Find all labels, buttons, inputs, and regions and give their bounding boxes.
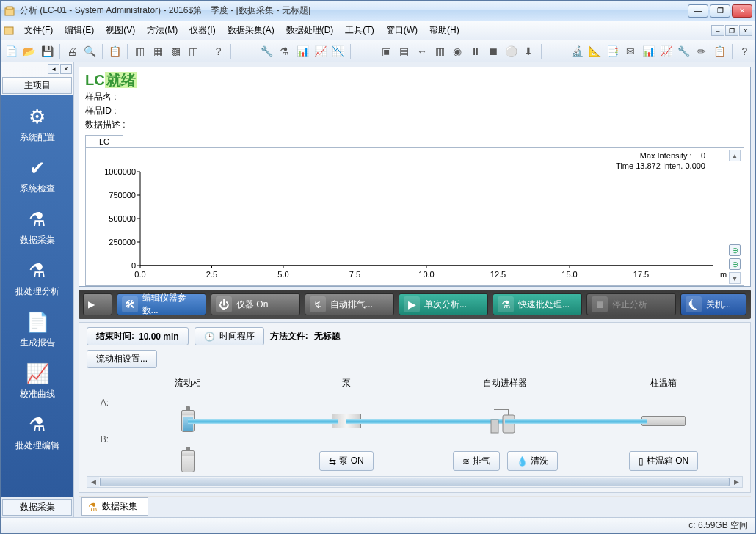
tb-p8-icon[interactable]: ✏	[694, 43, 709, 59]
tb-i-icon[interactable]: ⬇	[521, 43, 537, 59]
sidebar-item-calibration[interactable]: 📈 校准曲线	[2, 356, 72, 408]
action-quick-batch[interactable]: ⚗快速批处理...	[493, 293, 582, 315]
scroll-right-icon[interactable]: ▶	[730, 477, 742, 487]
zoom-in-icon[interactable]: ⊕	[729, 244, 741, 256]
oven-small-icon: ▯	[639, 456, 644, 467]
mdi-minimize[interactable]: –	[711, 25, 724, 36]
horizontal-scrollbar[interactable]: ◀ ▶	[87, 476, 743, 488]
action-shutdown[interactable]: ⏾关机...	[680, 293, 746, 315]
tb-p2-icon[interactable]: 📐	[587, 43, 603, 59]
tb-g-icon[interactable]: ⏹	[485, 43, 501, 59]
close-button[interactable]: ✕	[732, 4, 752, 18]
tb-h-icon[interactable]: ⚪	[504, 43, 519, 59]
tb-inst4-icon[interactable]: 📈	[313, 43, 328, 59]
menu-edit[interactable]: 编辑(E)	[59, 23, 100, 38]
time-program-button[interactable]: 🕒 时间程序	[195, 327, 264, 345]
bottom-tab-acquisition[interactable]: ⚗ 数据采集	[81, 497, 148, 516]
action-single-analysis[interactable]: ▶单次分析...	[399, 293, 488, 315]
tb-p7-icon[interactable]: 🔧	[676, 43, 691, 59]
purge-button[interactable]: ≋排气	[453, 451, 500, 471]
menu-instrument[interactable]: 仪器(I)	[183, 23, 221, 38]
tb-open-icon[interactable]: 📂	[21, 43, 37, 59]
menu-acquisition[interactable]: 数据采集(A)	[222, 23, 280, 38]
clock-icon: 🕒	[204, 332, 215, 342]
tb-c-icon[interactable]: ↔	[414, 43, 429, 59]
tb-inst3-icon[interactable]: 📊	[295, 43, 310, 59]
sidebar-tab-main[interactable]: 主项目	[2, 77, 72, 94]
mdi-restore[interactable]: ❐	[725, 25, 738, 36]
menu-help[interactable]: 帮助(H)	[424, 23, 465, 38]
sidebar-item-system-check[interactable]: ✔ 系统检查	[2, 151, 72, 202]
tb-help2-icon[interactable]: ?	[737, 43, 752, 59]
sidebar-item-batch-edit[interactable]: ⚗ 批处理编辑	[2, 408, 72, 459]
minimize-button[interactable]: —	[688, 4, 708, 18]
lc-tab[interactable]: LC	[85, 135, 123, 147]
channel-labels: A: B:	[87, 377, 109, 471]
action-stop[interactable]: ⏹停止分析	[586, 293, 676, 315]
tb-b-icon[interactable]: ▤	[396, 43, 412, 59]
svg-text:7.5: 7.5	[349, 270, 360, 279]
sidebar-item-data-acq[interactable]: ⚗ 数据采集	[2, 202, 72, 254]
bottle-b-icon	[181, 450, 195, 472]
action-edit-params[interactable]: 🛠编辑仪器参数...	[117, 293, 206, 315]
maximize-button[interactable]: ❐	[710, 4, 730, 18]
sidebar-tab-footer[interactable]: 数据采集	[2, 499, 72, 516]
scroll-left-icon[interactable]: ◀	[87, 477, 99, 487]
tb-p5-icon[interactable]: 📊	[641, 43, 656, 59]
tb-inst1-icon[interactable]: 🔧	[259, 43, 275, 59]
sidebar-item-batch[interactable]: ⚗ 批处理分析	[2, 254, 72, 305]
menu-window[interactable]: 窗口(W)	[380, 23, 424, 38]
sidebar-item-report[interactable]: 📄 生成报告	[2, 305, 72, 356]
pump-on-button[interactable]: ⇆泵 ON	[319, 451, 373, 471]
wash-button[interactable]: 💧清洗	[507, 451, 558, 471]
sidebar-close-icon[interactable]: ×	[60, 64, 72, 74]
mdi-controls: – ❐ ×	[711, 25, 752, 36]
tb-p4-icon[interactable]: ✉	[622, 43, 638, 59]
tb-p9-icon[interactable]: 📋	[711, 43, 727, 59]
tb-panel1-icon[interactable]: ▥	[132, 43, 148, 59]
tb-copy-icon[interactable]: 📋	[107, 43, 123, 59]
tb-help-icon[interactable]: ?	[211, 43, 226, 59]
action-toggle[interactable]: ▶	[83, 293, 112, 315]
menu-file[interactable]: 文件(F)	[18, 23, 59, 38]
method-file-label: 方法文件:	[270, 330, 308, 343]
sidebar-pin-icon[interactable]: ◂	[48, 64, 59, 74]
end-time-pill[interactable]: 结束时间: 10.00 min	[87, 327, 189, 345]
chart-info-line: Time 13.872 Inten. 0.000	[616, 161, 705, 170]
main-body: ◂ × 主项目 ⚙ 系统配置 ✔ 系统检查 ⚗ 数据采集 ⚗	[1, 62, 755, 517]
tb-e-icon[interactable]: ◉	[450, 43, 465, 59]
tb-p1-icon[interactable]: 🔬	[570, 43, 585, 59]
tb-p3-icon[interactable]: 📑	[605, 43, 620, 59]
scroll-up-icon[interactable]: ▲	[729, 150, 741, 161]
channel-a-label: A:	[87, 398, 109, 434]
menu-processing[interactable]: 数据处理(D)	[280, 23, 340, 38]
sidebar-item-system-config[interactable]: ⚙ 系统配置	[2, 100, 72, 151]
col-sampler: 自动进样器 ≋排气 💧清洗	[426, 377, 584, 471]
tb-inst2-icon[interactable]: ⚗	[277, 43, 292, 59]
tb-save-icon[interactable]: 💾	[39, 43, 54, 59]
tb-panel4-icon[interactable]: ◫	[186, 43, 201, 59]
zoom-out-icon[interactable]: ⊖	[729, 258, 741, 270]
tb-print-icon[interactable]: 🖨	[65, 43, 80, 59]
action-auto-purge[interactable]: ↯自动排气...	[305, 293, 394, 315]
schematic: A: B: 流动相 泵	[87, 373, 743, 476]
tb-p6-icon[interactable]: 📈	[658, 43, 674, 59]
scroll-down-icon[interactable]: ▼	[729, 272, 741, 284]
tb-new-icon[interactable]: 📄	[4, 43, 19, 59]
menu-method[interactable]: 方法(M)	[141, 23, 183, 38]
tb-panel2-icon[interactable]: ▦	[150, 43, 165, 59]
oven-on-button[interactable]: ▯柱温箱 ON	[629, 451, 698, 471]
action-instrument-on[interactable]: ⏻仪器 On	[211, 293, 300, 315]
tb-preview-icon[interactable]: 🔍	[82, 43, 98, 59]
menu-tools[interactable]: 工具(T)	[339, 23, 379, 38]
menu-view[interactable]: 视图(V)	[100, 23, 141, 38]
mobile-phase-settings-button[interactable]: 流动相设置...	[87, 350, 157, 368]
menubar: 文件(F) 编辑(E) 视图(V) 方法(M) 仪器(I) 数据采集(A) 数据…	[1, 21, 755, 40]
mdi-close[interactable]: ×	[739, 25, 752, 36]
tb-a-icon[interactable]: ▣	[379, 43, 394, 59]
tb-panel3-icon[interactable]: ▩	[168, 43, 183, 59]
chart-container: Max Intensity : 0 Time 13.872 Inten. 0.0…	[85, 147, 744, 286]
tb-inst5-icon[interactable]: 📉	[330, 43, 346, 59]
tb-f-icon[interactable]: ⏸	[468, 43, 483, 59]
tb-d-icon[interactable]: ▥	[432, 43, 448, 59]
